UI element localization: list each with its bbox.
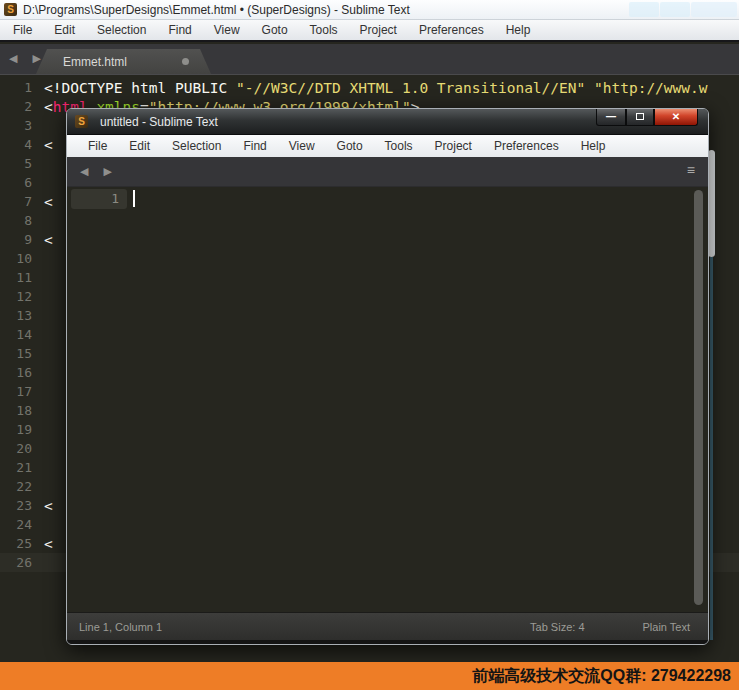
tab-dirty-indicator-icon [182,58,189,65]
code-token: "-//W3C//DTD XHTML 1.0 Transitional//EN" [236,80,585,96]
code-text: < [44,498,53,514]
line-number: 2 [0,99,44,114]
popup-titlebar[interactable]: S untitled - Sublime Text — ✕ [67,109,708,135]
popup-sublime-app-icon: S [75,115,88,128]
popup-window-buttons: — ✕ [596,108,698,126]
popup-editor[interactable]: 1 [67,187,708,612]
popup-menu-view[interactable]: View [278,135,326,157]
line-number: 22 [0,479,44,494]
outer-maximize-button[interactable] [660,2,690,17]
line-number: 20 [0,441,44,456]
popup-close-button[interactable]: ✕ [654,108,698,126]
popup-menu-project[interactable]: Project [424,135,483,157]
outer-scrollbar-thumb[interactable] [708,150,715,257]
popup-menu-help[interactable]: Help [570,135,617,157]
screen: S D:\Programs\SuperDesigns\Emmet.html • … [0,0,739,690]
popup-tab-nav-arrows-icon[interactable]: ◀ ▶ [80,165,118,178]
popup-minimize-button[interactable]: — [596,108,626,126]
maximize-icon [636,113,644,120]
outer-menu-tools[interactable]: Tools [299,19,349,41]
line-number: 16 [0,365,44,380]
outer-menu-project[interactable]: Project [349,19,408,41]
qq-banner-text: 前端高级技术交流QQ群: 279422298 [472,666,731,687]
popup-menubar: File Edit Selection Find View Goto Tools… [67,135,709,157]
code-token: <!DOCTYPE html PUBLIC [44,80,236,96]
code-text: < [44,194,53,210]
line-number: 14 [0,327,44,342]
line-number: 10 [0,251,44,266]
popup-menu-edit[interactable]: Edit [118,135,161,157]
outer-menu-goto[interactable]: Goto [251,19,299,41]
code-token: < [44,536,53,552]
status-syntax[interactable]: Plain Text [643,621,691,633]
outer-menu-selection[interactable]: Selection [86,19,157,41]
outer-menu-find[interactable]: Find [157,19,202,41]
popup-menu-file[interactable]: File [77,135,118,157]
tab-label: Emmet.html [63,55,127,69]
outer-titlebar[interactable]: S D:\Programs\SuperDesigns\Emmet.html • … [0,0,739,20]
line-number: 25 [0,536,44,551]
line-number: 24 [0,517,44,532]
code-token [585,80,594,96]
text-caret [133,190,135,207]
sublime-app-icon: S [4,3,17,16]
line-number: 1 [0,80,44,95]
popup-line-number: 1 [67,191,119,206]
status-cursor-position: Line 1, Column 1 [79,621,162,633]
popup-menu-find[interactable]: Find [232,135,277,157]
line-number: 7 [0,194,44,209]
outer-menu-help[interactable]: Help [495,19,542,41]
line-number: 4 [0,137,44,152]
code-text: < [44,536,53,552]
outer-close-button[interactable] [691,2,737,17]
tab-emmet-html[interactable]: Emmet.html [36,49,211,74]
outer-menu-view[interactable]: View [203,19,251,41]
tab-overflow-menu-icon[interactable]: ≡ [687,162,695,178]
popup-window-title: untitled - Sublime Text [100,115,218,129]
code-token: < [44,498,53,514]
line-number: 18 [0,403,44,418]
outer-window-buttons [629,2,737,17]
line-number: 12 [0,289,44,304]
line-number: 5 [0,156,44,171]
outer-minimize-button[interactable] [629,2,659,17]
code-token: "http://www.w [594,80,708,96]
line-number: 6 [0,175,44,190]
outer-menu-edit[interactable]: Edit [43,19,86,41]
code-text: < [44,137,53,153]
line-number: 8 [0,213,44,228]
status-tab-size[interactable]: Tab Size: 4 [530,621,584,633]
outer-menu-file[interactable]: File [2,19,43,41]
line-number: 9 [0,232,44,247]
code-text: <!DOCTYPE html PUBLIC "-//W3C//DTD XHTML… [44,80,708,96]
line-number: 19 [0,422,44,437]
outer-menu-preferences[interactable]: Preferences [408,19,495,41]
popup-menu-tools[interactable]: Tools [374,135,424,157]
outer-scrollbar-track[interactable] [710,257,713,640]
popup-menu-selection[interactable]: Selection [161,135,232,157]
popup-frame-bottom [67,640,708,645]
line-number: 17 [0,384,44,399]
line-number: 3 [0,118,44,133]
outer-window-title: D:\Programs\SuperDesigns\Emmet.html • (S… [23,3,410,17]
code-line[interactable]: 1<!DOCTYPE html PUBLIC "-//W3C//DTD XHTM… [0,78,739,97]
popup-window[interactable]: S untitled - Sublime Text — ✕ File Edit … [66,108,709,645]
popup-statusbar: Line 1, Column 1 Tab Size: 4 Plain Text [67,612,708,640]
popup-menu-preferences[interactable]: Preferences [483,135,570,157]
code-token: < [44,137,53,153]
line-number: 23 [0,498,44,513]
popup-menu-goto[interactable]: Goto [326,135,374,157]
code-token: < [44,232,53,248]
popup-scrollbar-thumb[interactable] [694,190,703,605]
code-text: < [44,232,53,248]
outer-menubar: File Edit Selection Find View Goto Tools… [0,20,739,42]
code-token: < [44,99,53,115]
line-number: 21 [0,460,44,475]
outer-tabbar: ◀ ▶ Emmet.html [0,44,739,75]
popup-maximize-button[interactable] [626,108,654,126]
qq-banner: 前端高级技术交流QQ群: 279422298 [0,662,739,690]
line-number: 26 [0,555,44,570]
code-token: < [44,194,53,210]
line-number: 13 [0,308,44,323]
line-number: 15 [0,346,44,361]
